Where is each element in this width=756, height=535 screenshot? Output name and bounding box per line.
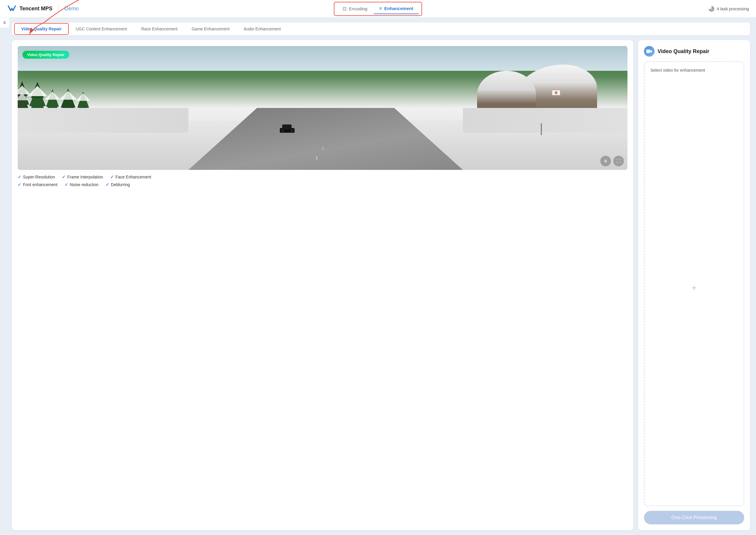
sub-nav-video-quality-repair[interactable]: Video Quality Repair	[14, 23, 69, 35]
tencent-logo-icon	[7, 5, 16, 13]
demo-label: Demo	[65, 6, 79, 12]
nav-enhancement[interactable]: ≡ Enhancement	[373, 4, 419, 14]
upload-label: Select video for enhancement	[650, 68, 705, 72]
feature-super-resolution: ✓ Super-Resolution	[18, 175, 55, 179]
sub-nav-race[interactable]: Race Enhancement	[134, 22, 185, 35]
check-icon-6: ✓	[106, 182, 109, 187]
feature-deblurring: ✓ Deblurring	[106, 182, 130, 187]
video-container[interactable]: ⛔ Video Quality Repair ⏸ ⛶	[18, 46, 628, 170]
video-panel: ⛔ Video Quality Repair ⏸ ⛶ ✓	[12, 40, 633, 530]
check-icon-3: ✓	[110, 175, 114, 179]
app-header: Tencent MPS Demo ⊡ Encoding ≡ Enhancemen…	[0, 0, 756, 18]
upload-area[interactable]: Select video for enhancement +	[644, 61, 744, 506]
fullscreen-button[interactable]: ⛶	[613, 156, 624, 166]
check-icon-4: ✓	[18, 182, 21, 187]
upload-plus-icon[interactable]: +	[692, 283, 696, 293]
encoding-label: Encoding	[349, 6, 367, 11]
feature-label-3: Face Enhancement	[116, 175, 151, 179]
header-nav: ⊡ Encoding ≡ Enhancement	[334, 2, 422, 16]
feature-label-5: Noise reduction	[70, 182, 98, 187]
feature-label-6: Deblurring	[111, 182, 130, 187]
task-status-text: 4 task processing	[717, 7, 749, 11]
encoding-icon: ⊡	[343, 6, 346, 12]
sub-nav: Video Quality Repair UGC Content Enhance…	[12, 22, 750, 35]
sub-nav-ugc-content[interactable]: UGC Content Enhancement	[69, 22, 134, 35]
feature-face-enhancement: ✓ Face Enhancement	[110, 175, 151, 179]
enhancement-label: Enhancement	[384, 6, 413, 11]
svg-rect-1	[646, 49, 650, 53]
sidebar-toggle[interactable]: ≡	[0, 18, 10, 28]
panel-icon	[644, 46, 655, 57]
feature-frame-interpolation: ✓ Frame Interpolation	[62, 175, 103, 179]
right-panel: Video Quality Repair Select video for en…	[638, 40, 750, 530]
video-background: ⛔	[18, 46, 628, 170]
task-processing: 4 task processing	[709, 6, 749, 12]
video-badge: Video Quality Repair	[22, 51, 69, 59]
panel-icon-svg	[646, 49, 652, 54]
check-icon-1: ✓	[18, 175, 21, 179]
logo-divider	[58, 6, 59, 12]
check-icon-5: ✓	[65, 182, 68, 187]
features-row-2: ✓ Font enhancement ✓ Noise reduction ✓ D…	[18, 182, 628, 187]
nav-encoding[interactable]: ⊡ Encoding	[337, 4, 373, 14]
panel-title: Video Quality Repair	[658, 48, 710, 55]
task-spinner	[709, 6, 715, 12]
feature-noise-reduction: ✓ Noise reduction	[65, 182, 98, 187]
pause-button[interactable]: ⏸	[600, 156, 611, 166]
logo-area: Tencent MPS Demo	[7, 5, 79, 13]
feature-label-1: Super-Resolution	[23, 175, 55, 179]
main-container: Video Quality Repair UGC Content Enhance…	[0, 18, 756, 535]
feature-label-4: Font enhancement	[23, 182, 58, 187]
video-controls: ⏸ ⛶	[600, 156, 624, 166]
upload-plus-area[interactable]: +	[650, 76, 738, 500]
features-list: ✓ Super-Resolution ✓ Frame Interpolation…	[18, 175, 628, 187]
app-name: Tencent MPS	[19, 6, 52, 12]
features-row-1: ✓ Super-Resolution ✓ Frame Interpolation…	[18, 175, 628, 179]
content-area: Video Quality Repair UGC Content Enhance…	[0, 18, 756, 535]
process-button[interactable]: One-Click Processing	[644, 511, 744, 524]
check-icon-2: ✓	[62, 175, 66, 179]
content-body: ⛔ Video Quality Repair ⏸ ⛶ ✓	[12, 40, 750, 530]
enhancement-icon: ≡	[379, 6, 382, 11]
feature-label-2: Frame Interpolation	[67, 175, 103, 179]
panel-header: Video Quality Repair	[644, 46, 744, 57]
sub-nav-audio[interactable]: Audio Enhancement	[236, 22, 288, 35]
sub-nav-game[interactable]: Game Enhancement	[185, 22, 236, 35]
feature-font-enhancement: ✓ Font enhancement	[18, 182, 58, 187]
